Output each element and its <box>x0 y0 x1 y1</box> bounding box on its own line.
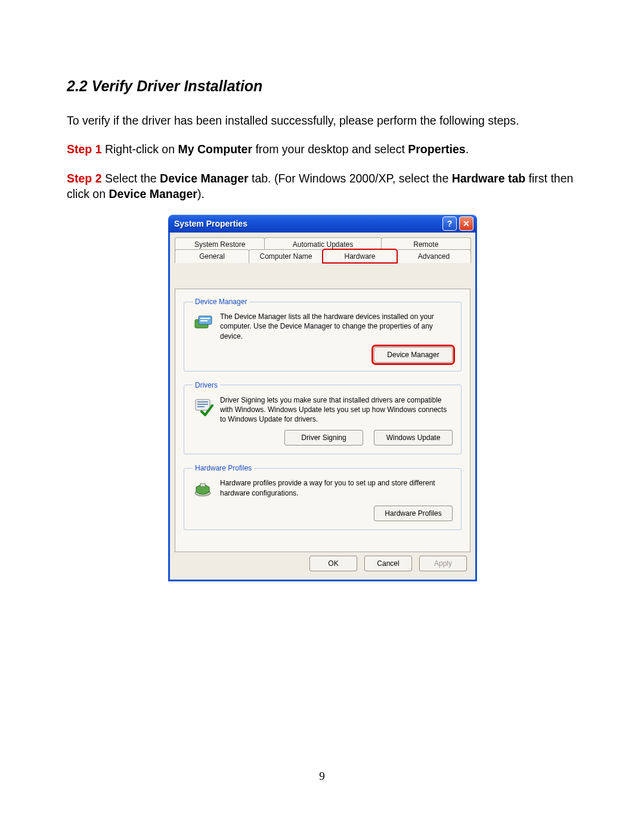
svg-rect-3 <box>200 320 208 321</box>
driver-signing-button[interactable]: Driver Signing <box>284 430 363 445</box>
legend-device-manager: Device Manager <box>193 298 249 306</box>
tab-general[interactable]: General <box>175 249 249 263</box>
hardware-profiles-text: Hardware profiles provide a way for you … <box>220 478 453 497</box>
section-title: 2.2 Verify Driver Installation <box>67 78 578 95</box>
svg-rect-6 <box>200 484 205 487</box>
system-properties-dialog: System Properties ? ✕ System Restore Aut… <box>168 215 477 581</box>
device-manager-icon <box>193 312 214 333</box>
device-manager-text: The Device Manager lists all the hardwar… <box>220 312 453 341</box>
legend-hardware-profiles: Hardware Profiles <box>193 464 254 472</box>
intro-text: To verify if the driver has been install… <box>67 113 578 128</box>
step-2: Step 2 Select the Device Manager tab. (F… <box>67 171 578 202</box>
apply-button[interactable]: Apply <box>419 556 467 571</box>
drivers-text: Driver Signing lets you make sure that i… <box>220 395 453 425</box>
step-1: Step 1 Right-click on My Computer from y… <box>67 141 578 157</box>
group-hardware-profiles: Hardware Profiles Hardware profiles prov… <box>184 464 462 530</box>
window-title: System Properties <box>174 219 440 228</box>
hardware-profiles-icon <box>193 478 214 500</box>
hardware-panel: Device Manager The Device Manager lists … <box>175 289 470 552</box>
help-icon[interactable]: ? <box>442 216 457 231</box>
step-2-label: Step 2 <box>67 172 102 185</box>
tab-hardware[interactable]: Hardware <box>323 249 397 263</box>
close-icon[interactable]: ✕ <box>459 216 473 231</box>
titlebar[interactable]: System Properties ? ✕ <box>168 215 477 233</box>
tab-advanced[interactable]: Advanced <box>397 249 471 263</box>
ok-button[interactable]: OK <box>309 556 357 571</box>
svg-rect-2 <box>200 318 210 319</box>
step-1-label: Step 1 <box>67 143 102 156</box>
group-drivers: Drivers Driver Signing lets you make sur… <box>184 381 462 455</box>
cancel-button[interactable]: Cancel <box>364 556 412 571</box>
legend-drivers: Drivers <box>193 381 220 389</box>
tab-computer-name[interactable]: Computer Name <box>249 249 323 263</box>
hardware-profiles-button[interactable]: Hardware Profiles <box>374 506 453 521</box>
drivers-icon <box>193 395 214 417</box>
device-manager-button[interactable]: Device Manager <box>374 347 453 363</box>
windows-update-button[interactable]: Windows Update <box>374 430 453 445</box>
page-number: 9 <box>0 770 644 783</box>
group-device-manager: Device Manager The Device Manager lists … <box>184 298 462 371</box>
